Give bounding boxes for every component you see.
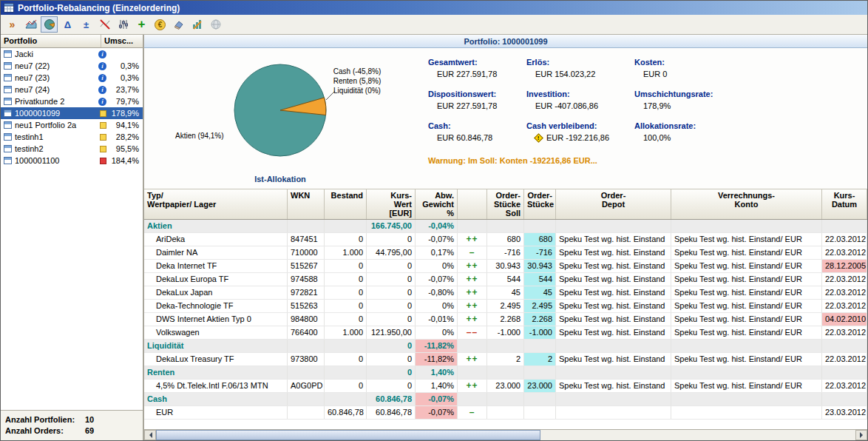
position-row[interactable]: 4,5% Dt.Telek.Intl F.06/13 MTNA0G0PD001,…	[144, 380, 867, 393]
cell-kurs-datum: 22.03.2012	[822, 353, 867, 366]
column-header[interactable]: Kurs- Wert [EUR]	[367, 189, 416, 219]
summary-field: Kosten:EUR 0	[634, 58, 753, 90]
position-row[interactable]: Daimler NA7100001.00044.795,000,17%–-716…	[144, 246, 867, 260]
pie-chart-icon	[44, 18, 55, 30]
status-square-icon	[100, 146, 106, 152]
portfolio-row[interactable]: Privatkunde 2i79,7%	[1, 95, 143, 107]
cell-wkn	[288, 406, 325, 419]
cell-kurs-datum: 28.12.2005	[822, 260, 867, 272]
position-row[interactable]: DekaLux Japan97282100-0,80%++4545Speku T…	[144, 286, 867, 300]
cell-soll	[487, 340, 524, 352]
cell-wkn	[288, 220, 325, 232]
pie-chart-button[interactable]	[41, 16, 58, 33]
wertpapier-name: Deka-Technologie TF	[144, 300, 288, 312]
info-icon[interactable]: i	[98, 50, 106, 58]
column-header[interactable]: Order- Stücke	[524, 189, 556, 219]
info-icon[interactable]: i	[98, 74, 106, 82]
column-header[interactable]	[458, 189, 487, 219]
group-row[interactable]: Liquidität0-11,82%	[144, 340, 867, 353]
adjust-button[interactable]: ±	[78, 16, 95, 33]
cell-order-depot: Speku Test wg. hist. Einstand	[556, 380, 671, 392]
portfolio-name: neu7 (23)	[15, 73, 98, 82]
column-header[interactable]: Abw. Gewicht %	[416, 189, 458, 219]
cell-order-stuecke: 2.495	[524, 300, 556, 312]
cell-depot	[556, 393, 671, 405]
position-row[interactable]: DekaLux Treasury TF97380000-11,82%++22Sp…	[144, 353, 867, 366]
portfolio-count-value: 10	[85, 415, 94, 424]
info-icon[interactable]: i	[98, 62, 106, 70]
scrollbar-track[interactable]	[156, 430, 855, 440]
column-header[interactable]: Order- Stücke Soll	[487, 189, 524, 219]
cell-stuecke	[524, 393, 556, 405]
cell-bestand	[325, 366, 367, 379]
position-row[interactable]: Deka-Technologie TF515263000%++2.4952.49…	[144, 300, 867, 313]
order-direction-indicator: ++	[458, 353, 487, 366]
order-direction-indicator: ++	[458, 286, 487, 299]
scrollbar-thumb[interactable]	[156, 430, 540, 440]
cell-wkn: 515263	[288, 300, 325, 312]
summary-field: Investition:EUR -407.086,86	[526, 90, 634, 121]
add-order-button[interactable]: +	[133, 16, 150, 33]
portfolio-row[interactable]: testinh295,5%	[1, 143, 143, 155]
column-header-umschichtung[interactable]: Umsc...	[101, 35, 143, 47]
portfolio-row[interactable]: 1000001100184,4%	[1, 155, 143, 166]
area-chart-button[interactable]	[22, 16, 39, 33]
wertpapier-name: AriDeka	[144, 233, 288, 246]
scroll-right-button[interactable]	[855, 430, 867, 440]
portfolio-icon	[4, 86, 12, 93]
hide-chart-button[interactable]	[96, 16, 113, 33]
position-row[interactable]: AriDeka84745100-0,07%++680680Speku Test …	[144, 233, 867, 246]
wertpapier-name: DekaLux Japan	[144, 286, 288, 299]
portfolio-row[interactable]: neu7 (23)i0,3%	[1, 72, 143, 84]
cell-wkn: A0G0PD	[288, 380, 325, 392]
column-header[interactable]: Typ/ Wertpapier/ Lager	[144, 189, 288, 219]
info-icon[interactable]: i	[98, 98, 106, 106]
portfolio-row[interactable]: 1000001099178,9%	[1, 107, 143, 119]
cell-abw-gewicht: -0,01%	[416, 313, 458, 326]
position-row[interactable]: DWS Internet Aktien Typ 098480000-0,01%+…	[144, 313, 867, 326]
group-row[interactable]: Cash60.846,78-0,07%	[144, 393, 867, 406]
edit-chart-button[interactable]	[189, 16, 206, 33]
group-row[interactable]: Renten01,40%	[144, 366, 867, 380]
info-icon[interactable]: i	[98, 86, 106, 94]
delta-button[interactable]: Δ	[59, 16, 76, 33]
column-header[interactable]: Order- Depot	[556, 189, 671, 219]
field-value: EUR 60.846,78	[437, 133, 492, 142]
portfolio-icon	[4, 145, 12, 152]
column-header[interactable]: Bestand	[325, 189, 367, 219]
position-row[interactable]: DekaLux Europa TF97458800-0,07%++544544S…	[144, 273, 867, 286]
portfolio-row[interactable]: neu7 (24)i23,7%	[1, 84, 143, 95]
position-row[interactable]: Volkswagen7664001.000121.950,000%––-1.00…	[144, 326, 867, 340]
portfolio-row[interactable]: testinh128,2%	[1, 131, 143, 143]
position-row[interactable]: Deka Internet TF515267000%++30.94330.943…	[144, 260, 867, 273]
group-row[interactable]: Aktien166.745,00-0,04%	[144, 220, 867, 233]
column-header[interactable]: Verrechnungs- Konto	[671, 189, 822, 219]
field-value: EUR -407.086,86	[535, 101, 598, 110]
horizontal-scrollbar[interactable]	[144, 429, 867, 440]
settings-sliders-button[interactable]	[115, 16, 132, 33]
cell-kurs-datum: 22.03.2012	[822, 380, 867, 392]
eraser-button[interactable]	[170, 16, 187, 33]
cell-order-stuecke-soll: 30.943	[487, 260, 524, 272]
portfolio-row[interactable]: Jackii	[1, 48, 143, 60]
column-header[interactable]: WKN	[288, 189, 325, 219]
cell-kurs-datum: 22.03.2012	[822, 300, 867, 312]
portfolio-icon	[4, 98, 12, 105]
cell-kurswert: 0	[367, 233, 416, 246]
cell-bestand: 0	[325, 260, 367, 272]
cell-abw-gewicht: -0,07%	[416, 406, 458, 419]
euro-button[interactable]: €	[152, 16, 169, 33]
cell-verrechnungskonto: Speku Test wg. hist. Einstand/ EUR	[671, 246, 822, 259]
portfolio-row[interactable]: neu7 (22)i0,3%	[1, 60, 143, 72]
expand-panel-button[interactable]: »	[4, 16, 21, 33]
column-header[interactable]: Kurs- Datum	[822, 189, 867, 219]
edit-chart-icon	[191, 18, 203, 30]
cell-datum	[822, 220, 867, 232]
pie-callout-labels: Cash (-45,8%) Renten (5,8%) Liquidität (…	[319, 67, 396, 95]
column-header-portfolio[interactable]: Portfolio	[1, 35, 101, 47]
position-row[interactable]: EUR60.846,7860.846,78-0,07%–23.03.2012	[144, 406, 867, 420]
scroll-left-button[interactable]	[144, 430, 156, 440]
portfolio-row[interactable]: neu1 Portfolio 2a94,1%	[1, 119, 143, 131]
cell-kurswert: 166.745,00	[367, 220, 416, 232]
summary-field: Cash verbleibend:!EUR -192.216,86	[526, 121, 634, 153]
